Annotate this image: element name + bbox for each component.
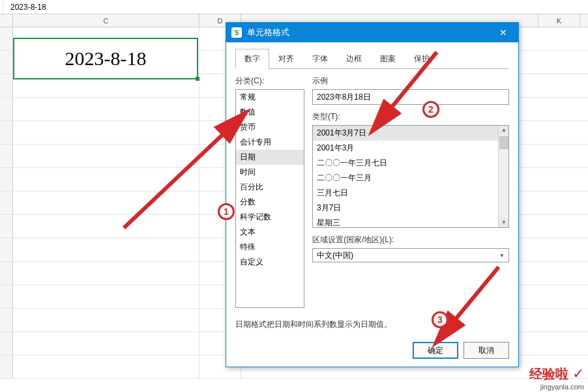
tab-pattern[interactable]: 图案	[371, 49, 405, 69]
category-scientific[interactable]: 科学记数	[236, 210, 304, 225]
tab-number[interactable]: 数字	[235, 49, 269, 69]
category-label: 分类(C):	[235, 76, 304, 87]
type-item-1[interactable]: 2001年3月	[313, 141, 508, 156]
category-list[interactable]: 常规 数值 货币 会计专用 日期 时间 百分比 分数 科学记数 文本 特殊 自定…	[235, 89, 304, 308]
category-general[interactable]: 常规	[236, 90, 304, 105]
category-number[interactable]: 数值	[236, 105, 304, 120]
locale-label: 区域设置(国家/地区)(L):	[312, 234, 509, 245]
category-time[interactable]: 时间	[236, 165, 304, 180]
chevron-down-icon: ▼	[499, 253, 505, 259]
dialog-titlebar[interactable]: S 单元格格式 ✕	[226, 23, 518, 42]
category-custom[interactable]: 自定义	[236, 255, 304, 270]
type-item-5[interactable]: 3月7日	[313, 201, 508, 216]
locale-select[interactable]: 中文(中国) ▼	[312, 248, 509, 262]
dialog-footer: 确定 取消	[413, 342, 509, 359]
type-item-2[interactable]: 二〇〇一年三月七日	[313, 156, 508, 171]
category-fraction[interactable]: 分数	[236, 195, 304, 210]
scroll-down-icon[interactable]: ▼	[499, 218, 508, 227]
ok-button[interactable]: 确定	[413, 342, 458, 359]
type-item-4[interactable]: 三月七日	[313, 186, 508, 201]
sample-label: 示例	[312, 76, 509, 87]
corner[interactable]	[0, 14, 13, 27]
category-date[interactable]: 日期	[236, 150, 304, 165]
sample-box: 2023年8月18日	[312, 89, 509, 105]
tab-align[interactable]: 对齐	[269, 49, 303, 69]
tab-border[interactable]: 边框	[337, 49, 371, 69]
scroll-up-icon[interactable]: ▲	[499, 126, 508, 135]
category-percent[interactable]: 百分比	[236, 180, 304, 195]
type-item-6[interactable]: 星期三	[313, 216, 508, 228]
scrollbar-thumb[interactable]	[499, 136, 508, 149]
dialog-title: 单元格格式	[247, 27, 493, 38]
selected-cell[interactable]: 2023-8-18	[13, 38, 198, 79]
formula-bar: 2023-8-18	[0, 0, 588, 14]
dialog-tabs: 数字 对齐 字体 边框 图案 保护	[226, 42, 518, 69]
sample-value: 2023年8月18日	[317, 92, 371, 102]
dialog-body: 分类(C): 常规 数值 货币 会计专用 日期 时间 百分比 分数 科学记数 文…	[226, 69, 518, 315]
type-scrollbar[interactable]: ▲ ▼	[498, 126, 508, 227]
category-special[interactable]: 特殊	[236, 240, 304, 255]
formula-bar-value[interactable]: 2023-8-18	[10, 3, 46, 12]
category-currency[interactable]: 货币	[236, 120, 304, 135]
type-item-0[interactable]: 2001年3月7日	[313, 126, 508, 141]
close-icon[interactable]: ✕	[493, 23, 513, 42]
category-text[interactable]: 文本	[236, 225, 304, 240]
tab-font[interactable]: 字体	[303, 49, 337, 69]
type-label: 类型(T):	[312, 111, 509, 122]
type-list[interactable]: 2001年3月7日 2001年3月 二〇〇一年三月七日 二〇〇一年三月 三月七日…	[312, 125, 509, 228]
cell-format-dialog: S 单元格格式 ✕ 数字 对齐 字体 边框 图案 保护 分类(C): 常规 数值…	[226, 22, 519, 367]
format-hint: 日期格式把日期和时间系列数显示为日期值。	[235, 319, 392, 330]
selected-cell-value: 2023-8-18	[65, 48, 147, 70]
category-accounting[interactable]: 会计专用	[236, 135, 304, 150]
tab-protect[interactable]: 保护	[405, 49, 439, 69]
app-icon: S	[231, 27, 242, 38]
formula-bar-divider	[3, 0, 8, 14]
type-item-3[interactable]: 二〇〇一年三月	[313, 171, 508, 186]
locale-value: 中文(中国)	[317, 250, 353, 261]
cancel-button[interactable]: 取消	[463, 342, 509, 359]
col-header-K[interactable]: K	[538, 14, 580, 27]
col-header-C[interactable]: C	[13, 14, 199, 27]
